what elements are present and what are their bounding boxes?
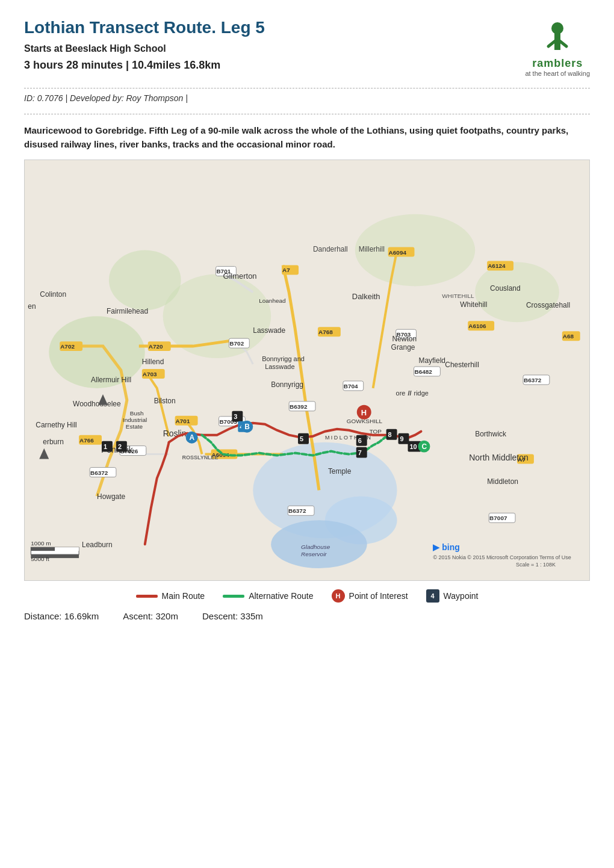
svg-text:A720: A720	[149, 343, 163, 350]
stat-ascent: Ascent: 320m	[123, 611, 178, 621]
map-container: Gladhouse Reservoir A702 A720 A7 A6094 A…	[24, 160, 590, 581]
svg-text:A768: A768	[318, 329, 333, 335]
svg-text:Allermuir Hill: Allermuir Hill	[91, 376, 131, 384]
id-line: ID: 0.7076 | Developed by: Roy Thompson …	[24, 93, 590, 103]
svg-text:Millerhill: Millerhill	[359, 245, 385, 253]
svg-text:B6482: B6482	[414, 368, 432, 375]
svg-text:erburn: erburn	[43, 438, 64, 446]
svg-text:Reservoir: Reservoir	[301, 551, 327, 557]
svg-text:Scale = 1 : 108K: Scale = 1 : 108K	[516, 562, 556, 568]
svg-text:Howgate: Howgate	[97, 492, 126, 501]
svg-text:10: 10	[410, 443, 417, 450]
svg-text:B: B	[244, 423, 250, 431]
title-block: Lothian Transect Route. Leg 5 Starts at …	[24, 18, 265, 72]
svg-text:Bonnyrigg and: Bonnyrigg and	[262, 355, 305, 362]
svg-text:Hillend: Hillend	[142, 358, 164, 366]
svg-text:Whitehill: Whitehill	[460, 300, 487, 309]
svg-text:C: C	[421, 442, 427, 451]
svg-text:H: H	[361, 408, 367, 417]
svg-text:B6372: B6372	[288, 507, 306, 514]
page-header: Lothian Transect Route. Leg 5 Starts at …	[24, 18, 590, 77]
svg-text:© 2015 Nokia © 2015 Microsoft : © 2015 Nokia © 2015 Microsoft Corporatio…	[433, 554, 571, 560]
svg-text:WHITEHILL: WHITEHILL	[442, 293, 474, 299]
svg-text:Gladhouse: Gladhouse	[301, 544, 330, 550]
legend-alt-line	[223, 595, 244, 598]
svg-text:A: A	[190, 433, 195, 442]
legend-poi-icon: H	[332, 589, 345, 603]
legend-main-label: Main Route	[162, 591, 205, 601]
svg-text:Colinton: Colinton	[40, 290, 66, 299]
legend-waypoint-label: Waypoint	[444, 591, 479, 601]
logo-subtext: at the heart of walking	[525, 70, 590, 77]
svg-text:A766: A766	[79, 437, 94, 444]
svg-text:▶ bing: ▶ bing	[433, 542, 459, 552]
svg-text:Leadburn: Leadburn	[82, 541, 113, 549]
svg-text:A6094: A6094	[389, 249, 407, 256]
svg-text:B6392: B6392	[290, 403, 308, 410]
stat-descent: Descent: 335m	[202, 611, 263, 621]
legend-poi: H Point of Interest	[332, 589, 408, 603]
svg-text:Grange: Grange	[391, 343, 415, 352]
svg-text:ROSSLYNLEE: ROSSLYNLEE	[182, 454, 219, 460]
svg-text:Roslin: Roslin	[163, 429, 187, 438]
svg-text:A702: A702	[60, 343, 75, 350]
stats-row: Distance: 16.69km Ascent: 320m Descent: …	[24, 611, 590, 621]
svg-text:Middleton: Middleton	[487, 477, 518, 486]
svg-text:TOP: TOP	[370, 428, 382, 435]
legend-alt-route: Alternative Route	[223, 591, 313, 601]
svg-text:North Middleton: North Middleton	[469, 453, 529, 462]
svg-text:6: 6	[358, 437, 362, 444]
svg-text:A6124: A6124	[488, 262, 506, 269]
svg-rect-142	[55, 547, 79, 551]
svg-point-0	[551, 22, 563, 34]
svg-text:Cousland: Cousland	[490, 284, 521, 293]
svg-text:5: 5	[300, 435, 303, 442]
svg-text:Woodhouselee: Woodhouselee	[73, 400, 121, 408]
legend-main-line	[136, 595, 158, 598]
svg-text:Industrial: Industrial	[123, 417, 147, 423]
svg-text:A701: A701	[176, 418, 190, 424]
svg-text:2: 2	[118, 443, 122, 450]
svg-text:Newton: Newton	[392, 335, 417, 343]
divider-bottom	[24, 114, 590, 114]
svg-text:Dalkeith: Dalkeith	[352, 292, 380, 301]
svg-text:1000 m: 1000 m	[31, 540, 51, 547]
svg-text:Bilston: Bilston	[154, 397, 176, 405]
svg-text:Temple: Temple	[328, 467, 352, 476]
svg-text:Borthwick: Borthwick	[475, 430, 506, 438]
divider-top	[24, 88, 590, 88]
svg-text:Estate: Estate	[126, 423, 143, 430]
legend-waypoint: 4 Waypoint	[426, 589, 479, 603]
route-description: Mauricewood to Gorebridge. Fifth Leg of …	[24, 124, 590, 151]
svg-text:B7007: B7007	[489, 515, 507, 521]
svg-text:A68: A68	[563, 333, 574, 339]
svg-text:A7: A7	[282, 267, 290, 273]
map-svg: Gladhouse Reservoir A702 A720 A7 A6094 A…	[25, 160, 589, 580]
svg-text:B704: B704	[344, 383, 358, 389]
logo-area: ramblers at the heart of walking	[525, 18, 590, 77]
svg-text:8: 8	[388, 431, 392, 438]
svg-text:Lasswade: Lasswade	[265, 363, 294, 370]
svg-text:3: 3	[234, 413, 237, 420]
svg-text:Bush: Bush	[130, 410, 144, 417]
svg-text:7: 7	[358, 449, 362, 456]
svg-text:ore: ore	[396, 389, 406, 397]
svg-text:5000 ft: 5000 ft	[31, 556, 49, 562]
svg-text:Loanhead: Loanhead	[259, 297, 285, 304]
stat-distance: Distance: 16.69km	[24, 611, 99, 621]
legend-waypoint-icon: 4	[426, 589, 439, 603]
svg-text:Mayfield: Mayfield	[418, 356, 445, 365]
ramblers-logo-icon	[539, 21, 575, 57]
svg-text:ridge: ridge	[414, 389, 428, 397]
svg-text:B6372: B6372	[90, 470, 108, 476]
svg-text:Crossgatehall: Crossgatehall	[526, 301, 570, 309]
svg-text:9: 9	[400, 435, 404, 442]
svg-text:Chesterhill: Chesterhill	[445, 361, 479, 369]
svg-text:B6372: B6372	[524, 377, 542, 383]
legend-poi-label: Point of Interest	[349, 591, 408, 601]
svg-text:Gilmerton: Gilmerton	[223, 271, 256, 281]
page-title: Lothian Transect Route. Leg 5	[24, 18, 265, 37]
svg-text:en: en	[28, 302, 36, 311]
svg-text:A703: A703	[143, 371, 157, 377]
legend-alt-label: Alternative Route	[249, 591, 313, 601]
